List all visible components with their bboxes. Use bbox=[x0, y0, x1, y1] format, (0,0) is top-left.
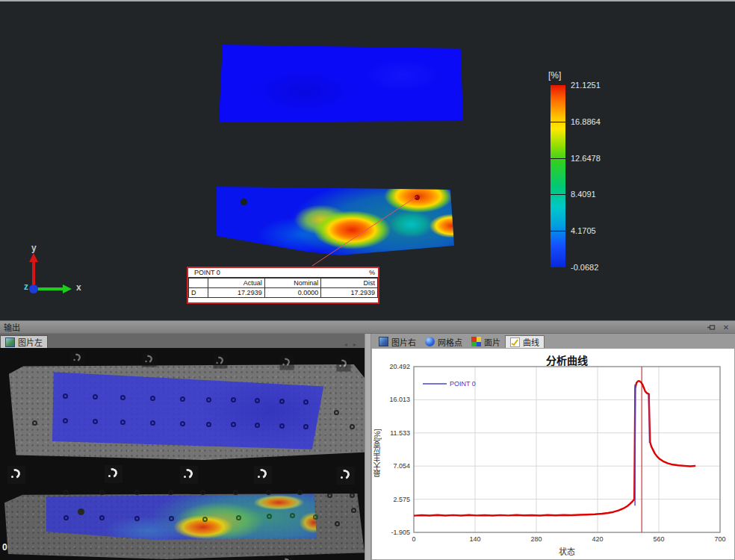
application-window: [%] 21.125116.886412.64788.40914.1705-0.… bbox=[0, 0, 735, 560]
plot-frame bbox=[414, 367, 720, 532]
legend-tick-label: 12.6478 bbox=[571, 154, 601, 163]
left-panel-tabbar: 图片左 ◂ ▸ bbox=[0, 334, 365, 348]
point-table-col-nominal: Nominal bbox=[264, 279, 321, 288]
measurement-ring-marker bbox=[120, 420, 125, 425]
x-tick-label: 280 bbox=[530, 535, 542, 543]
legend-tick-label: 16.8864 bbox=[571, 117, 601, 126]
legend-tick-label: 21.1251 bbox=[571, 81, 601, 90]
coded-target-marker bbox=[279, 355, 294, 370]
measurement-ring-marker bbox=[206, 422, 211, 427]
x-tick-label: 0 bbox=[412, 535, 415, 543]
tab-curve-label: 曲线 bbox=[523, 336, 539, 348]
measurement-ring-marker bbox=[327, 493, 332, 498]
coded-target-marker bbox=[254, 466, 272, 484]
specimen-hole-marker bbox=[241, 199, 247, 205]
measurement-ring-marker bbox=[350, 493, 355, 498]
point-table-unit: % bbox=[369, 269, 375, 276]
measurement-ring-marker bbox=[93, 394, 98, 399]
y-tick-label: 20.492 bbox=[389, 363, 410, 370]
3d-strain-viewport[interactable]: [%] 21.125116.886412.64788.40914.1705-0.… bbox=[0, 1, 735, 320]
chart-plot-area[interactable]: 014028042056070020.49216.01311.5337.0542… bbox=[372, 349, 734, 559]
y-tick-label: 2.575 bbox=[393, 496, 410, 503]
measurement-ring-marker bbox=[202, 517, 208, 522]
grid-points-icon bbox=[425, 337, 435, 346]
measurement-ring-marker bbox=[63, 515, 69, 520]
coded-target-marker bbox=[70, 351, 84, 365]
triad-z-label: z bbox=[24, 281, 28, 292]
y-tick-label: 7.054 bbox=[393, 462, 410, 470]
pin-icon[interactable] bbox=[705, 322, 717, 332]
output-panel-header: 输出 ✕ bbox=[0, 320, 735, 334]
facets-icon bbox=[471, 337, 481, 346]
measurement-ring-marker bbox=[266, 490, 271, 495]
y-tick-label: -1.905 bbox=[391, 529, 410, 536]
specimen-top-strain-map bbox=[219, 44, 463, 122]
close-icon[interactable]: ✕ bbox=[720, 322, 732, 332]
tab-image-right[interactable]: 图片右 bbox=[374, 335, 421, 348]
point0-annotation-table[interactable]: POINT 0 % Actual Nominal Dist D 17.2939 … bbox=[187, 267, 379, 304]
tab-image-left[interactable]: 图片左 bbox=[0, 335, 48, 348]
measurement-ring-marker bbox=[120, 395, 125, 400]
color-scale-legend: [%] 21.125116.886412.64788.40914.1705-0.… bbox=[544, 70, 641, 279]
measurement-ring-marker bbox=[134, 490, 140, 495]
measurement-ring-marker bbox=[297, 490, 303, 495]
legend-tick-label: -0.0682 bbox=[571, 263, 598, 272]
curve-icon bbox=[510, 337, 520, 347]
measurement-ring-marker bbox=[206, 397, 211, 402]
panel-splitter[interactable] bbox=[365, 334, 371, 560]
tab-grid-points-label: 网格点 bbox=[438, 336, 462, 348]
tab-scroll-arrows-icon[interactable]: ◂ ▸ bbox=[344, 341, 365, 348]
x-tick-label: 140 bbox=[469, 535, 480, 543]
tab-image-right-label: 图片右 bbox=[391, 336, 416, 348]
legend-tick-label: 8.4091 bbox=[571, 190, 596, 199]
tab-curve[interactable]: 曲线 bbox=[505, 335, 545, 348]
measurement-ring-marker bbox=[168, 490, 173, 495]
point-table-col-actual: Actual bbox=[208, 279, 265, 288]
legend-tick-line bbox=[551, 194, 565, 195]
curve-series bbox=[414, 381, 695, 515]
output-panel-title: 输出 bbox=[0, 321, 705, 333]
triad-axes-icon bbox=[13, 244, 96, 304]
measurement-ring-marker bbox=[334, 410, 339, 415]
measurement-ring-marker bbox=[180, 421, 185, 426]
photo-hole-marker bbox=[78, 508, 84, 515]
strain-overlay-bottom-specimen bbox=[46, 494, 317, 540]
point-table-dist-value: 17.2939 bbox=[321, 288, 378, 298]
measurement-ring-marker bbox=[93, 419, 98, 424]
coded-target-marker bbox=[7, 466, 25, 484]
measurement-ring-marker bbox=[351, 508, 356, 513]
coded-target-marker bbox=[336, 357, 350, 371]
x-tick-label: 700 bbox=[714, 535, 725, 543]
image-left-icon bbox=[5, 337, 15, 347]
legend-tick-line bbox=[551, 122, 565, 122]
tab-grid-points[interactable]: 网格点 bbox=[421, 335, 467, 348]
y-tick-label: 11.533 bbox=[390, 429, 410, 437]
measurement-ring-marker bbox=[150, 396, 155, 401]
point-table-nominal-value: 0.0000 bbox=[264, 288, 321, 298]
measurement-ring-marker bbox=[32, 420, 37, 426]
measurement-ring-marker bbox=[99, 490, 105, 495]
triad-x-label: x bbox=[76, 282, 81, 293]
legend-tick-line bbox=[551, 158, 565, 159]
tab-facets-label: 面片 bbox=[484, 336, 500, 348]
measurement-ring-marker bbox=[267, 514, 272, 519]
tab-facets[interactable]: 面片 bbox=[467, 335, 505, 348]
point0-marker[interactable] bbox=[415, 195, 420, 200]
coded-target-marker bbox=[180, 466, 198, 484]
coded-target-marker bbox=[213, 354, 227, 368]
legend-unit-label: [%] bbox=[548, 70, 561, 81]
coded-target-marker bbox=[337, 467, 355, 485]
chart-legend-label: POINT 0 bbox=[450, 380, 476, 388]
analysis-curve-panel: 分析曲线 最大主应变[%] 状态 014028042056070020.4921… bbox=[371, 348, 735, 560]
measurement-ring-marker bbox=[180, 396, 185, 402]
point-table-grid: Actual Nominal Dist D 17.2939 0.0000 17.… bbox=[188, 278, 378, 298]
measurement-ring-marker bbox=[63, 393, 68, 399]
point-table-row-id: D bbox=[189, 288, 208, 298]
image-right-icon bbox=[379, 337, 388, 346]
measurement-ring-marker bbox=[236, 515, 241, 520]
coded-target-marker bbox=[279, 556, 294, 560]
x-tick-label: 420 bbox=[592, 535, 603, 543]
coded-target-marker bbox=[105, 465, 122, 483]
point-table-col-dist: Dist bbox=[321, 279, 378, 288]
measurement-ring-marker bbox=[150, 420, 155, 426]
